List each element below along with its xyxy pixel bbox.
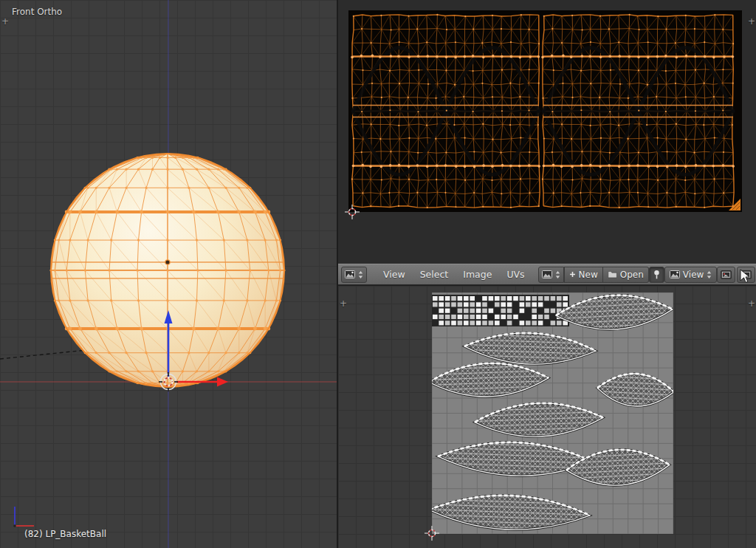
header-menus: View Select Image UVs: [376, 264, 532, 285]
open-image-label: Open: [620, 270, 644, 280]
double-arrow-icon: [555, 270, 560, 279]
new-image-button[interactable]: New: [564, 267, 603, 283]
pin-icon: [653, 270, 661, 279]
editor-type-dropdown[interactable]: [341, 267, 367, 283]
region-corner-widget-icon[interactable]: +: [338, 298, 348, 309]
render-slot-toggle-button[interactable]: [717, 267, 735, 283]
menu-image[interactable]: Image: [456, 264, 499, 285]
pin-button[interactable]: [649, 267, 664, 283]
double-arrow-icon: [707, 270, 712, 279]
texture-canvas[interactable]: [432, 292, 673, 534]
blender-window: Front Ortho (82) LP_BasketBall + View Se…: [0, 0, 756, 548]
active-object-label: (82) LP_BasketBall: [24, 529, 106, 539]
view-mode-icon: [670, 270, 680, 278]
view-mode-dropdown[interactable]: View: [664, 267, 717, 283]
3d-viewport-canvas[interactable]: [0, 0, 337, 548]
folder-icon: [608, 270, 617, 278]
menu-select[interactable]: Select: [413, 264, 456, 285]
texture-2d-cursor-icon[interactable]: [425, 526, 439, 541]
texture-image-editor[interactable]: [338, 285, 756, 548]
3d-viewport[interactable]: Front Ortho (82) LP_BasketBall +: [0, 0, 338, 548]
double-arrow-icon: [358, 270, 363, 279]
uv-canvas[interactable]: [348, 10, 742, 212]
image-browse-icon: [542, 270, 552, 278]
region-corner-widget-icon[interactable]: +: [746, 16, 756, 27]
menu-view[interactable]: View: [376, 264, 413, 285]
image-editor-header: View Select Image UVs New Ope: [338, 264, 756, 285]
menu-uvs[interactable]: UVs: [499, 264, 532, 285]
new-image-label: New: [579, 270, 598, 280]
render-slot-icon: [721, 270, 732, 279]
region-corner-widget-icon[interactable]: +: [746, 298, 756, 309]
uv-image-editor[interactable]: [338, 0, 756, 264]
view-orientation-label: Front Ortho: [12, 7, 62, 17]
uv-2d-cursor-icon[interactable]: [345, 205, 360, 219]
region-corner-widget-icon[interactable]: +: [0, 16, 10, 27]
open-image-button[interactable]: Open: [603, 267, 649, 283]
image-editor-icon: [345, 270, 355, 278]
mouse-cursor-icon: [740, 269, 752, 285]
image-browse-dropdown[interactable]: [538, 267, 564, 283]
view-mode-label: View: [683, 270, 704, 280]
plus-icon: [569, 271, 576, 278]
